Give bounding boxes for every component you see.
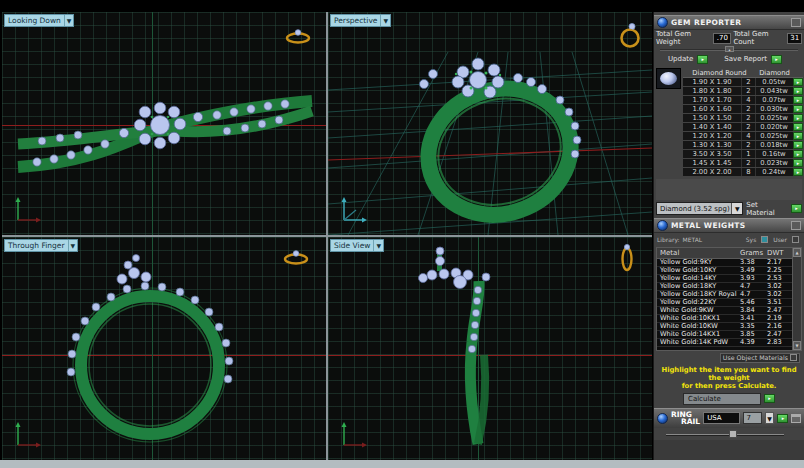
gem-size: 1.30 X 1.30 [683, 141, 741, 149]
gem-row[interactable]: 1.45 X 1.45 2 0.023tw ▸ [683, 159, 803, 167]
viewport-label-looking-down[interactable]: Looking Down ▼ [4, 14, 74, 27]
viewport-grid: Looking Down ▼ [2, 12, 652, 460]
metal-table-scrollbar[interactable]: ▲ ▼ [792, 248, 801, 350]
metal-weights-titlebar[interactable]: METAL WEIGHTS [654, 218, 804, 233]
scroll-up-icon[interactable]: ▲ [793, 248, 801, 257]
panel-window-icon[interactable] [791, 414, 801, 423]
gem-weight: 0.07tw [755, 96, 792, 104]
metal-name: White Gold:14K PdW [657, 338, 740, 346]
gem-load-button[interactable]: ▸ [793, 132, 803, 140]
scroll-down-icon[interactable]: ▼ [793, 341, 801, 350]
sys-toggle-checkbox[interactable] [761, 236, 768, 243]
gem-load-button[interactable]: ▸ [793, 114, 803, 122]
panel-expand-handle[interactable]: ▴ [725, 46, 734, 52]
viewport-perspective[interactable]: Perspective ▼ [328, 12, 652, 235]
gem-table-rows: 1.90 X 1.90 2 0.05tw ▸ 1.80 X 1.80 2 0.0… [683, 78, 803, 176]
metal-dwt: 2.25 [767, 266, 792, 274]
metal-table: Metal Grams DWT Yellow Gold:9KY 3.38 2.1… [656, 247, 802, 351]
material-select[interactable]: Diamond (3.52 spg) ▼ [656, 202, 743, 215]
viewport-label-text: Through Finger [8, 240, 65, 251]
use-object-materials-checkbox[interactable] [790, 354, 797, 361]
use-object-materials-control[interactable]: Use Object Materials [720, 353, 800, 363]
viewport-label-side-view[interactable]: Side View ▼ [330, 239, 384, 252]
gem-weight: 0.025tw [755, 132, 792, 140]
metal-weights-title: METAL WEIGHTS [671, 221, 746, 230]
metal-name: Yellow Gold:22KY [657, 298, 740, 306]
viewport-side-view[interactable]: Side View ▼ [328, 237, 652, 460]
update-go-button[interactable]: ▸ [697, 55, 708, 64]
gem-row[interactable]: 1.60 X 1.60 2 0.030tw ▸ [683, 105, 803, 113]
viewport-label-text: Perspective [334, 15, 377, 26]
gem-load-button[interactable]: ▸ [793, 159, 803, 167]
chevron-down-icon[interactable]: ▼ [64, 15, 74, 26]
save-report-button[interactable]: Save Report [724, 55, 767, 63]
ring-model-side-view [328, 237, 652, 460]
metal-grams: 3.41 [740, 314, 767, 322]
panel-collapse-icon[interactable] [791, 221, 801, 230]
gem-panel-spacer [656, 179, 802, 200]
gem-row[interactable]: 1.40 X 1.40 2 0.020tw ▸ [683, 123, 803, 131]
viewport-label-text: Looking Down [8, 15, 61, 26]
gem-load-button[interactable]: ▸ [793, 168, 803, 176]
calculate-button[interactable]: Calculate [683, 393, 761, 405]
gem-load-button[interactable]: ▸ [793, 141, 803, 149]
set-material-go-button[interactable]: ▸ [791, 204, 802, 213]
chevron-down-icon[interactable]: ▼ [380, 15, 390, 26]
update-button[interactable]: Update [668, 55, 693, 63]
gem-row[interactable]: 1.50 X 1.50 2 0.025tw ▸ [683, 114, 803, 122]
ring-rail-go-button[interactable]: ▸ [777, 414, 788, 423]
metal-grams: 3.49 [740, 266, 767, 274]
gem-row[interactable]: 2.00 X 2.00 8 0.24tw ▸ [683, 168, 803, 176]
user-toggle-checkbox[interactable] [792, 236, 799, 243]
gem-thumbnail-column [656, 68, 683, 177]
gem-reporter-titlebar[interactable]: GEM REPORTER [654, 15, 804, 30]
metal-row[interactable]: White Gold:14K PdW 4.39 2.83 [657, 339, 792, 347]
chevron-down-icon[interactable]: ▼ [68, 240, 78, 251]
calculate-go-button[interactable]: ▸ [764, 394, 775, 403]
gem-row[interactable]: 1.70 X 1.70 4 0.07tw ▸ [683, 96, 803, 104]
gem-row[interactable]: 1.30 X 1.30 2 0.018tw ▸ [683, 141, 803, 149]
save-report-go-button[interactable]: ▸ [771, 55, 782, 64]
ring-size-field[interactable]: 7 [743, 412, 762, 424]
viewport-through-finger[interactable]: Through Finger ▼ [2, 237, 326, 460]
ring-size-slider[interactable] [654, 428, 804, 440]
gem-load-button[interactable]: ▸ [793, 96, 803, 104]
gem-load-button[interactable]: ▸ [793, 105, 803, 113]
metal-dwt: 2.17 [767, 258, 792, 266]
slider-handle[interactable] [729, 430, 737, 438]
slider-track[interactable] [666, 434, 784, 435]
set-material-button[interactable]: Set Material [746, 201, 788, 217]
gem-row[interactable]: 1.90 X 1.90 2 0.05tw ▸ [683, 78, 803, 86]
gem-count: 2 [741, 105, 755, 113]
gem-col-diamond: Diamond [756, 69, 793, 77]
gem-count: 1 [741, 150, 755, 158]
panel-collapse-icon[interactable] [791, 18, 801, 27]
viewport-label-perspective[interactable]: Perspective ▼ [330, 14, 391, 27]
metal-name: Yellow Gold:14KY [657, 274, 740, 282]
gem-row[interactable]: 1.80 X 1.80 2 0.043tw ▸ [683, 87, 803, 95]
viewport-label-through-finger[interactable]: Through Finger ▼ [4, 239, 78, 252]
gem-load-button[interactable]: ▸ [793, 78, 803, 86]
metal-name: White Gold:10KW [657, 322, 740, 330]
chevron-down-icon[interactable]: ▼ [765, 412, 775, 424]
metal-col-dwt: DWT [767, 249, 792, 257]
axis-gizmo-icon [10, 418, 44, 452]
viewport-looking-down[interactable]: Looking Down ▼ [2, 12, 326, 235]
metal-name: White Gold:14KX1 [657, 330, 740, 338]
gem-count: 2 [741, 87, 755, 95]
gem-load-button[interactable]: ▸ [793, 87, 803, 95]
gem-count: 4 [741, 132, 755, 140]
axis-gizmo-icon [10, 193, 44, 227]
gem-load-button[interactable]: ▸ [793, 150, 803, 158]
chevron-down-icon[interactable]: ▼ [731, 203, 742, 214]
ring-rail-preview-icon [284, 28, 312, 46]
metal-grams: 3.93 [740, 274, 767, 282]
gem-thumbnail[interactable] [656, 68, 681, 89]
scrollbar-track[interactable] [793, 257, 801, 341]
gem-row[interactable]: 1.20 X 1.20 4 0.025tw ▸ [683, 132, 803, 140]
ring-standard-field[interactable]: USA [703, 412, 739, 424]
gem-size: 1.50 X 1.50 [683, 114, 741, 122]
gem-row[interactable]: 3.50 X 3.50 1 0.16tw ▸ [683, 150, 803, 158]
chevron-down-icon[interactable]: ▼ [373, 240, 383, 251]
gem-load-button[interactable]: ▸ [793, 123, 803, 131]
